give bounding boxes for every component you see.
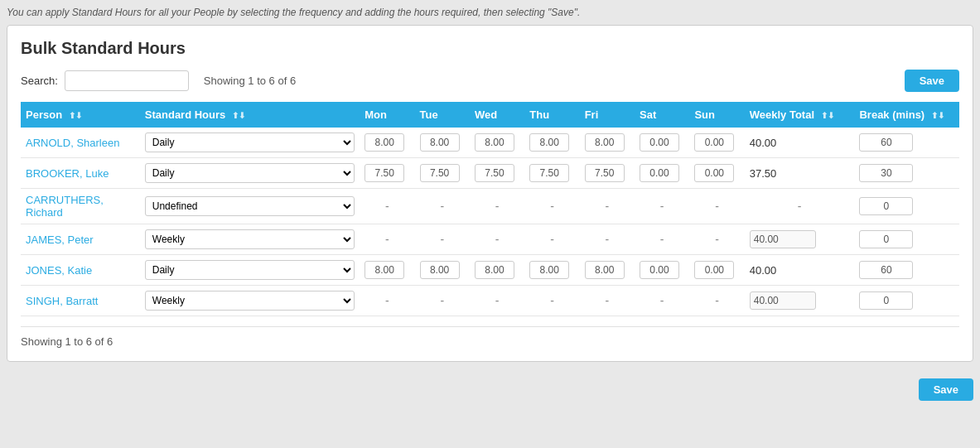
frequency-select[interactable]: DailyWeeklyUndefined xyxy=(145,260,355,280)
break-input[interactable] xyxy=(859,197,913,215)
break-input[interactable] xyxy=(859,291,913,310)
col-header-break: Break (mins) ⬆⬇ xyxy=(854,102,959,128)
sat-dash: - xyxy=(635,189,689,224)
table-header-row: Person ⬆⬇ Standard Hours ⬆⬇ Mon Tue Wed … xyxy=(21,102,959,128)
weekly-total-input[interactable] xyxy=(750,291,816,310)
mon-dash: - xyxy=(360,286,414,316)
sort-icon-stdhours: ⬆⬇ xyxy=(232,111,245,120)
table-row: JAMES, PeterDailyWeeklyUndefined------- xyxy=(21,224,959,255)
frequency-select[interactable]: DailyWeeklyUndefined xyxy=(145,196,355,216)
wed-dash: - xyxy=(470,224,524,255)
weekly-total-value: 37.50 xyxy=(750,167,777,180)
frequency-select[interactable]: DailyWeeklyUndefined xyxy=(145,132,355,152)
fri-input[interactable] xyxy=(585,164,625,182)
showing-count-top: Showing 1 to 6 of 6 xyxy=(204,75,296,87)
mon-input[interactable] xyxy=(364,133,404,152)
tue-input[interactable] xyxy=(420,261,460,279)
weekly-total-value: 40.00 xyxy=(750,264,777,277)
table-row: JONES, KatieDailyWeeklyUndefined40.00 xyxy=(21,255,959,286)
sort-icon-break: ⬆⬇ xyxy=(931,111,944,120)
break-input[interactable] xyxy=(859,164,913,182)
fri-input[interactable] xyxy=(585,261,625,279)
toolbar-left: Search: Showing 1 to 6 of 6 xyxy=(21,70,296,91)
toolbar: Search: Showing 1 to 6 of 6 Save xyxy=(21,70,959,92)
tue-dash: - xyxy=(415,286,470,316)
person-name-link[interactable]: ARNOLD, Sharleen xyxy=(26,137,119,149)
wed-input[interactable] xyxy=(475,261,514,279)
sun-dash: - xyxy=(689,189,744,224)
showing-count-bottom: Showing 1 to 6 of 6 xyxy=(21,326,959,348)
fri-dash: - xyxy=(580,286,635,316)
person-name-link[interactable]: BROOKER, Luke xyxy=(26,167,109,180)
sun-input[interactable] xyxy=(694,133,734,152)
break-input[interactable] xyxy=(859,133,913,152)
hours-table: Person ⬆⬇ Standard Hours ⬆⬇ Mon Tue Wed … xyxy=(21,102,959,316)
search-input[interactable] xyxy=(65,70,189,91)
thu-dash: - xyxy=(524,189,579,224)
thu-input[interactable] xyxy=(529,164,569,182)
bottom-bar: Save xyxy=(7,370,973,404)
search-label: Search: xyxy=(21,75,58,87)
thu-input[interactable] xyxy=(529,261,569,279)
sat-input[interactable] xyxy=(640,261,679,279)
break-input[interactable] xyxy=(859,230,913,248)
fri-input[interactable] xyxy=(585,133,625,152)
col-header-tue: Tue xyxy=(415,102,470,128)
mon-dash: - xyxy=(360,224,414,255)
fri-dash: - xyxy=(580,224,635,255)
col-header-wed: Wed xyxy=(470,102,524,128)
tue-input[interactable] xyxy=(420,164,460,182)
sat-input[interactable] xyxy=(640,133,679,152)
sat-dash: - xyxy=(635,224,689,255)
person-name-link[interactable]: JONES, Katie xyxy=(26,264,92,277)
info-text: You can apply Standard Hours for all you… xyxy=(7,7,973,18)
wed-input[interactable] xyxy=(475,164,514,182)
weekly-total-value: 40.00 xyxy=(750,137,777,149)
mon-input[interactable] xyxy=(364,164,404,182)
frequency-select[interactable]: DailyWeeklyUndefined xyxy=(145,229,355,249)
mon-input[interactable] xyxy=(364,261,404,279)
sort-icon-weekly: ⬆⬇ xyxy=(821,111,834,120)
save-button-bottom[interactable]: Save xyxy=(919,378,973,401)
thu-dash: - xyxy=(524,224,579,255)
frequency-select[interactable]: DailyWeeklyUndefined xyxy=(145,291,355,311)
col-header-standard-hours: Standard Hours ⬆⬇ xyxy=(140,102,360,128)
person-name-link[interactable]: SINGH, Barratt xyxy=(26,295,98,307)
page-title: Bulk Standard Hours xyxy=(21,39,959,58)
sat-input[interactable] xyxy=(640,164,679,182)
col-header-thu: Thu xyxy=(524,102,579,128)
table-row: ARNOLD, SharleenDailyWeeklyUndefined40.0… xyxy=(21,128,959,158)
table-row: BROOKER, LukeDailyWeeklyUndefined37.50 xyxy=(21,158,959,189)
col-header-mon: Mon xyxy=(360,102,414,128)
wed-input[interactable] xyxy=(475,133,514,152)
fri-dash: - xyxy=(580,189,635,224)
thu-dash: - xyxy=(524,286,579,316)
weekly-total-input[interactable] xyxy=(750,230,816,248)
person-name-link[interactable]: JAMES, Peter xyxy=(26,234,94,246)
sun-input[interactable] xyxy=(694,164,734,182)
col-header-person: Person ⬆⬇ xyxy=(21,102,140,128)
tue-dash: - xyxy=(415,224,470,255)
col-header-weekly-total: Weekly Total ⬆⬇ xyxy=(745,102,855,128)
sun-dash: - xyxy=(689,224,744,255)
sat-dash: - xyxy=(635,286,689,316)
wed-dash: - xyxy=(470,189,524,224)
frequency-select[interactable]: DailyWeeklyUndefined xyxy=(145,163,355,183)
save-button-top[interactable]: Save xyxy=(905,70,959,92)
break-input[interactable] xyxy=(859,261,913,279)
wed-dash: - xyxy=(470,286,524,316)
col-header-sun: Sun xyxy=(689,102,744,128)
col-header-sat: Sat xyxy=(635,102,689,128)
thu-input[interactable] xyxy=(529,133,569,152)
person-name-link[interactable]: CARRUTHERS, Richard xyxy=(26,194,104,219)
mon-dash: - xyxy=(360,189,414,224)
tue-dash: - xyxy=(415,189,470,224)
main-panel: Bulk Standard Hours Search: Showing 1 to… xyxy=(7,25,973,362)
table-row: SINGH, BarrattDailyWeeklyUndefined------… xyxy=(21,286,959,316)
sort-icon-person: ⬆⬇ xyxy=(69,111,82,120)
sun-dash: - xyxy=(689,286,744,316)
sun-input[interactable] xyxy=(694,261,734,279)
weekly-total-empty: - xyxy=(745,189,855,224)
table-row: CARRUTHERS, RichardDailyWeeklyUndefined-… xyxy=(21,189,959,224)
tue-input[interactable] xyxy=(420,133,460,152)
